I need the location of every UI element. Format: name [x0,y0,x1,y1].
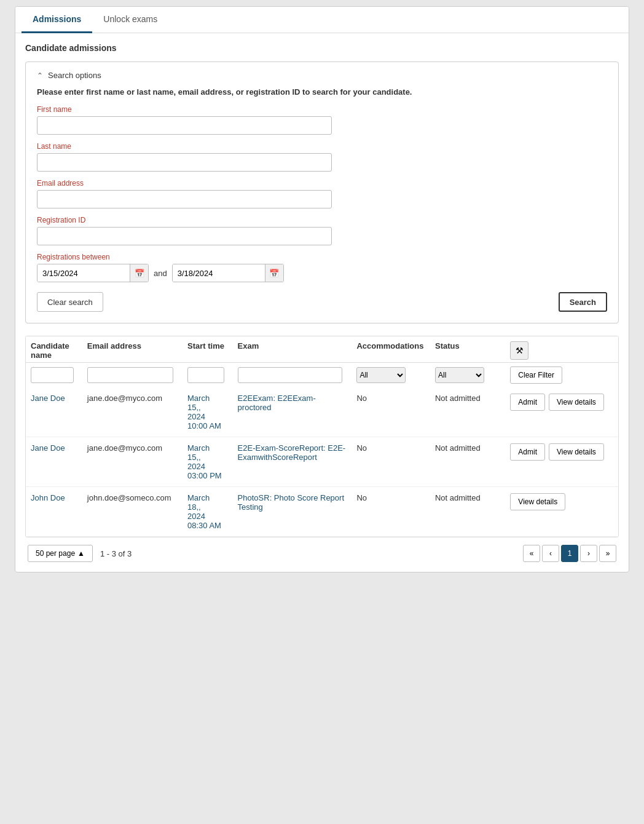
action-buttons: View details [510,493,613,510]
candidate-name-text: Jane Doe [31,443,65,453]
page-navigation: « ‹ 1 › » [523,545,616,562]
search-instruction: Please enter first name or last name, em… [37,87,607,97]
filter-status: All [430,363,505,388]
table-row: Jane Doejane.doe@myco.comMarch15,,202410… [26,387,618,437]
filter-start-time-input[interactable] [187,367,224,383]
cell-accommodations: No [351,487,430,537]
cell-status: Not admitted [430,387,505,437]
email-group: Email address [37,179,607,208]
date-from-wrap: 📅 [37,264,149,282]
filter-status-select[interactable]: All [435,367,484,383]
filter-exam-input[interactable] [238,367,342,383]
cell-exam: E2EExam: E2EExam-proctored [233,387,352,437]
cell-actions: AdmitView details [505,437,618,487]
main-container: Admissions Unlock exams Candidate admiss… [15,6,629,572]
cell-accommodations: No [351,387,430,437]
table-body: Jane Doejane.doe@myco.comMarch15,,202410… [26,387,618,537]
prev-page-button[interactable]: ‹ [542,545,559,562]
reg-id-label: Registration ID [37,216,607,224]
filter-clear: Clear Filter [505,363,618,388]
last-name-input[interactable] [37,153,332,172]
current-page-button[interactable]: 1 [561,545,578,562]
tab-admissions[interactable]: Admissions [22,7,92,33]
main-content: Candidate admissions ⌃ Search options Pl… [15,33,629,572]
view-details-button[interactable]: View details [549,394,604,411]
reg-id-input[interactable] [37,227,332,245]
status-text: Not admitted [435,443,481,453]
email-label: Email address [37,179,607,188]
filter-start-time [183,363,233,388]
filter-accommodations-select[interactable]: All [356,367,406,383]
table-wrapper: Candidate name Email address Start time … [25,336,619,537]
filter-exam [233,363,352,388]
status-text: Not admitted [435,394,481,403]
exam-name-text: E2E-Exam-ScoreReport: E2E-ExamwithScoreR… [238,443,346,462]
date-to-wrap: 📅 [172,264,284,282]
record-count: 1 - 3 of 3 [100,549,132,558]
cell-status: Not admitted [430,487,505,537]
tab-bar: Admissions Unlock exams [15,7,629,33]
table-filter-row: All All Clear Filter [26,363,618,388]
table-row: Jane Doejane.doe@myco.comMarch15,,202403… [26,437,618,487]
th-candidate-name: Candidate name [26,336,82,363]
cell-email: jane.doe@myco.com [82,387,183,437]
status-text: Not admitted [435,493,481,502]
first-page-button[interactable]: « [523,545,540,562]
email-input[interactable] [37,190,332,208]
reg-id-group: Registration ID [37,216,607,245]
filter-accommodations: All [351,363,430,388]
cell-exam: PhotoSR: Photo Score Report Testing [233,487,352,537]
candidates-table: Candidate name Email address Start time … [26,336,618,537]
admit-button[interactable]: Admit [510,394,545,411]
th-start-time: Start time [183,336,233,363]
per-page-button[interactable]: 50 per page ▲ [28,545,93,562]
first-name-input[interactable] [37,116,332,135]
last-page-button[interactable]: » [599,545,616,562]
first-name-label: First name [37,105,607,114]
th-actions: ⚒ [505,336,618,363]
chevron-up-icon: ⌃ [37,71,43,80]
date-to-input[interactable] [173,264,265,282]
cell-email: jane.doe@myco.com [82,437,183,487]
per-page-label: 50 per page [36,549,75,558]
start-time-text: March18,,202408:30 AM [187,493,221,530]
filter-icon-button[interactable]: ⚒ [510,341,528,360]
search-button[interactable]: Search [559,292,607,312]
next-page-button[interactable]: › [580,545,597,562]
table-section: Candidate name Email address Start time … [25,336,619,562]
date-from-calendar-button[interactable]: 📅 [130,264,148,282]
reg-between-label: Registrations between [37,253,607,261]
exam-name-text: PhotoSR: Photo Score Report Testing [238,493,344,512]
cell-exam: E2E-Exam-ScoreReport: E2E-ExamwithScoreR… [233,437,352,487]
th-accommodations: Accommodations [351,336,430,363]
action-buttons: AdmitView details [510,443,613,461]
pagination-row: 50 per page ▲ 1 - 3 of 3 « ‹ 1 › » [25,545,619,562]
th-status: Status [430,336,505,363]
filter-candidate-name-input[interactable] [31,367,74,383]
view-details-button[interactable]: View details [549,443,604,461]
filter-email [82,363,183,388]
tab-unlock-exams[interactable]: Unlock exams [92,7,168,33]
start-time-text: March15,,202410:00 AM [187,394,221,430]
clear-search-button[interactable]: Clear search [37,292,103,312]
view-details-button[interactable]: View details [510,493,565,510]
action-buttons: AdmitView details [510,394,613,411]
candidate-name-text: John Doe [31,493,65,502]
cell-candidate-name: Jane Doe [26,437,82,487]
cell-candidate-name: John Doe [26,487,82,537]
filter-email-input[interactable] [87,367,173,383]
search-panel-toggle[interactable]: ⌃ Search options [37,71,607,80]
date-from-input[interactable] [37,264,130,282]
date-separator: and [154,269,167,278]
date-row: 📅 and 📅 [37,264,607,282]
table-row: John Doejohn.doe@someco.comMarch18,,2024… [26,487,618,537]
clear-filter-button[interactable]: Clear Filter [510,366,562,384]
admit-button[interactable]: Admit [510,443,545,461]
cell-accommodations: No [351,437,430,487]
cell-start-time: March15,,202410:00 AM [183,387,233,437]
cell-start-time: March18,,202408:30 AM [183,487,233,537]
last-name-label: Last name [37,142,607,151]
th-exam: Exam [233,336,352,363]
date-to-calendar-button[interactable]: 📅 [265,264,283,282]
search-panel-title: Search options [48,71,101,80]
